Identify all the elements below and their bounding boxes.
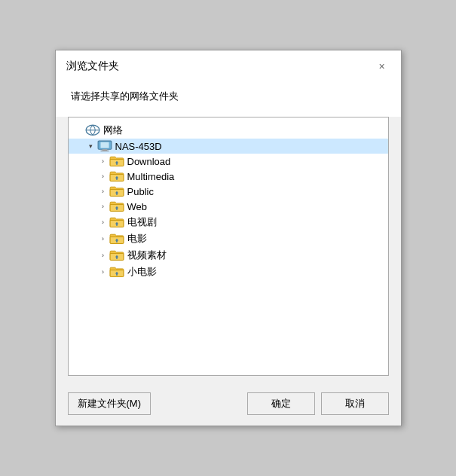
svg-rect-3	[100, 142, 109, 148]
network-icon	[85, 124, 100, 136]
tree-item-public-label: Public	[127, 186, 154, 197]
folder-movie-icon	[109, 233, 124, 245]
tree-item-tv-label: 电视剧	[127, 215, 157, 229]
chevron-footage	[97, 249, 109, 261]
tree-item-download[interactable]: Download	[69, 154, 388, 169]
svg-rect-5	[100, 151, 109, 151]
dialog-title: 浏览文件夹	[66, 60, 119, 73]
ok-button[interactable]: 确定	[247, 392, 315, 415]
tree-item-shortmovie-label: 小电影	[127, 265, 157, 279]
chevron-shortmovie	[97, 266, 109, 278]
tree-item-nas[interactable]: NAS-453D	[69, 139, 388, 154]
tree-item-shortmovie[interactable]: 小电影	[69, 264, 388, 280]
tree-item-nas-label: NAS-453D	[115, 141, 162, 152]
computer-icon	[97, 140, 112, 152]
tree-item-download-label: Download	[127, 156, 171, 167]
title-bar: 浏览文件夹 ×	[56, 50, 401, 79]
close-button[interactable]: ×	[374, 58, 390, 75]
folder-web-icon	[109, 200, 124, 212]
tree-item-multimedia-label: Multimedia	[127, 171, 175, 182]
browse-folder-dialog: 浏览文件夹 × 请选择共享的网络文件夹 网络	[55, 50, 402, 426]
chevron-nas	[85, 140, 97, 152]
tree-item-footage-label: 视频素材	[127, 249, 167, 262]
tree-item-movie[interactable]: 电影	[69, 230, 388, 247]
folder-multimedia-icon	[109, 170, 124, 182]
chevron-multimedia	[97, 170, 109, 182]
new-folder-button[interactable]: 新建文件夹(M)	[68, 392, 151, 415]
tree-item-web-label: Web	[127, 201, 148, 212]
chevron-tv	[97, 216, 109, 228]
tree-item-movie-label: 电影	[127, 232, 147, 246]
tree-item-public[interactable]: Public	[69, 184, 388, 199]
chevron-download	[97, 155, 109, 167]
svg-rect-4	[102, 149, 107, 151]
tree-item-tv[interactable]: 电视剧	[69, 214, 388, 230]
folder-tv-icon	[109, 216, 124, 228]
tree-item-network-label: 网络	[103, 124, 123, 137]
folder-public-icon	[109, 185, 124, 197]
folder-shortmovie-icon	[109, 266, 124, 278]
chevron-movie	[97, 233, 109, 245]
folder-download-icon	[109, 155, 124, 167]
chevron-public	[97, 185, 109, 197]
dialog-subtitle: 请选择共享的网络文件夹	[56, 79, 401, 114]
tree-item-footage[interactable]: 视频素材	[69, 247, 388, 264]
dialog-footer: 新建文件夹(M) 确定 取消	[56, 385, 401, 426]
cancel-button[interactable]: 取消	[321, 392, 389, 415]
folder-footage-icon	[109, 249, 124, 261]
folder-tree: 网络 NAS-453D	[68, 117, 389, 376]
tree-item-network[interactable]: 网络	[69, 122, 388, 139]
tree-item-multimedia[interactable]: Multimedia	[69, 169, 388, 184]
tree-item-web[interactable]: Web	[69, 199, 388, 214]
chevron-web	[97, 200, 109, 212]
